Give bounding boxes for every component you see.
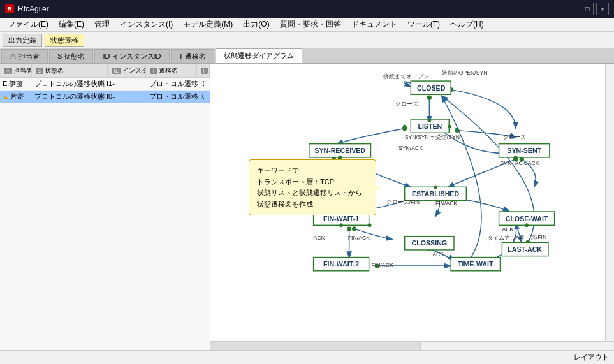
callout-line4: 状態遷移図を作成 bbox=[257, 199, 368, 210]
maximize-button[interactable]: □ bbox=[581, 3, 594, 15]
menu-edit[interactable]: 編集(E) bbox=[54, 18, 89, 31]
svg-text:SYN/ACK: SYN/ACK bbox=[398, 145, 423, 151]
cell-status: プロトコルの遷移状態 I1-1 bbox=[32, 78, 115, 89]
col-instance-id: IDインスタンスID bbox=[108, 64, 146, 77]
svg-point-47 bbox=[427, 119, 431, 122]
svg-point-55 bbox=[525, 223, 529, 227]
status-layout: レイアウト bbox=[574, 353, 609, 362]
menu-output[interactable]: 出力(O) bbox=[238, 18, 274, 31]
vertical-scrollbar[interactable] bbox=[605, 64, 614, 350]
state-transition-button[interactable]: 状態遷移 bbox=[45, 34, 84, 47]
menu-model[interactable]: モデル定義(M) bbox=[178, 18, 238, 31]
cell-assignee: E.伊藤 bbox=[0, 78, 32, 89]
toolbar: 出力定義 状態遷移 bbox=[0, 32, 614, 48]
menu-help[interactable]: ヘルプ(H) bbox=[445, 18, 489, 31]
svg-text:TIME-WAIT: TIME-WAIT bbox=[458, 260, 493, 268]
cell-instance bbox=[115, 84, 147, 85]
tab-transition[interactable]: T 遷移名 bbox=[171, 49, 215, 63]
main-content: △担当者 S状態名 IDインスタンスID T遷移名 II E.伊藤 プロトコルの… bbox=[0, 64, 614, 350]
title-bar: R RfcAgiler — □ × bbox=[0, 0, 614, 18]
callout-line2: トランスポート層：TCP bbox=[257, 177, 368, 188]
close-button[interactable]: × bbox=[596, 3, 609, 15]
tab-assignee[interactable]: △ 担当者 bbox=[1, 49, 48, 63]
svg-point-54 bbox=[339, 223, 343, 227]
left-panel: △担当者 S状態名 IDインスタンスID T遷移名 II E.伊藤 プロトコルの… bbox=[0, 64, 210, 350]
menu-bar: ファイル(E) 編集(E) 管理 インスタンス(I) モデル定義(M) 出力(O… bbox=[0, 18, 614, 32]
svg-text:FIN/ACK: FIN/ACK bbox=[371, 262, 393, 268]
callout: キーワードで トランスポート層：TCP 状態リストと状態遷移リストから 状態遷移… bbox=[249, 159, 376, 215]
svg-text:ACK: ACK bbox=[432, 251, 444, 258]
tab-status[interactable]: S 状態名 bbox=[49, 49, 93, 63]
output-def-button[interactable]: 出力定義 bbox=[3, 34, 42, 47]
col-extra: II bbox=[197, 64, 210, 77]
callout-line3: 状態リストと状態遷移リストから bbox=[257, 187, 368, 199]
svg-point-52 bbox=[514, 156, 518, 159]
horizontal-scrollbar[interactable] bbox=[210, 341, 614, 350]
app-logo: R bbox=[5, 4, 14, 13]
svg-text:FIN/ACK: FIN/ACK bbox=[435, 200, 457, 207]
column-headers: △担当者 S状態名 IDインスタンスID T遷移名 II bbox=[0, 64, 210, 78]
svg-text:LISTEN: LISTEN bbox=[418, 122, 442, 130]
table-row[interactable]: ▲片寄 プロトコルの遷移状態 I0-2 プロトコル遷移 I0 bbox=[0, 91, 210, 103]
svg-text:FIN/ACK: FIN/ACK bbox=[348, 235, 370, 241]
app-title: RfcAgiler bbox=[18, 4, 49, 13]
svg-point-56 bbox=[368, 223, 372, 227]
title-bar-left: R RfcAgiler bbox=[5, 4, 49, 13]
menu-document[interactable]: ドキュメント bbox=[346, 18, 402, 31]
svg-text:SYN-SENT: SYN-SENT bbox=[507, 147, 541, 154]
menu-manage[interactable]: 管理 bbox=[89, 18, 115, 31]
svg-text:SYN/SYN + 受信/SYN: SYN/SYN + 受信/SYN bbox=[405, 134, 460, 140]
svg-text:FIN-WAIT-2: FIN-WAIT-2 bbox=[323, 260, 359, 268]
col-assignee: △担当者 bbox=[0, 64, 32, 77]
menu-tools[interactable]: ツール(T) bbox=[402, 18, 445, 31]
right-panel: キーワードで トランスポート層：TCP 状態リストと状態遷移リストから 状態遷移… bbox=[210, 64, 614, 350]
svg-text:クローズ/FIN: クローズ/FIN bbox=[386, 199, 420, 205]
svg-text:タイムアウト: タイムアウト bbox=[487, 235, 522, 241]
svg-text:送信のOPEN/SYN: 送信のOPEN/SYN bbox=[442, 69, 488, 76]
tab-instance-id[interactable]: ID インスタンスID bbox=[94, 49, 169, 63]
svg-text:接続までオープン: 接続までオープン bbox=[383, 73, 429, 80]
menu-qa[interactable]: 質問・要求・回答 bbox=[275, 18, 346, 31]
col-status: S状態名 bbox=[32, 64, 108, 77]
callout-line1: キーワードで bbox=[257, 165, 368, 177]
cell-instance bbox=[115, 96, 147, 98]
cell-transition: プロトコル遷移 I0 bbox=[147, 91, 204, 102]
svg-text:ESTABLISHED: ESTABLISHED bbox=[412, 190, 460, 198]
svg-text:FIN-WAIT-1: FIN-WAIT-1 bbox=[323, 215, 359, 222]
svg-point-53 bbox=[434, 185, 437, 189]
svg-text:CLOSED: CLOSED bbox=[417, 84, 446, 92]
cell-assignee: ▲片寄 bbox=[0, 91, 32, 102]
table-row[interactable]: E.伊藤 プロトコルの遷移状態 I1-1 プロトコル遷移 I1 bbox=[0, 78, 210, 91]
cell-status: プロトコルの遷移状態 I0-2 bbox=[32, 91, 115, 102]
minimize-button[interactable]: — bbox=[566, 3, 578, 15]
svg-point-51 bbox=[338, 156, 342, 159]
col-transition-name: T遷移名 bbox=[146, 64, 197, 77]
status-bar: レイアウト bbox=[0, 350, 614, 364]
svg-point-48 bbox=[403, 125, 407, 129]
menu-instance[interactable]: インスタンス(I) bbox=[115, 18, 178, 31]
tab-bar: △ 担当者 S 状態名 ID インスタンスID T 遷移名 状態遷移ダイアグラム bbox=[0, 48, 614, 64]
svg-point-46 bbox=[427, 96, 431, 99]
svg-text:クローズ: クローズ bbox=[395, 101, 419, 107]
svg-text:ACK: ACK bbox=[502, 226, 513, 233]
svg-point-49 bbox=[448, 125, 451, 129]
cell-transition: プロトコル遷移 I1 bbox=[147, 78, 204, 89]
svg-text:CLOSE-WAIT: CLOSE-WAIT bbox=[506, 215, 548, 222]
title-bar-controls: — □ × bbox=[566, 3, 609, 15]
svg-text:クローズ: クローズ bbox=[503, 134, 527, 140]
svg-text:ACK: ACK bbox=[314, 235, 325, 241]
svg-text:LAST-ACK: LAST-ACK bbox=[508, 245, 542, 253]
svg-text:CLOSSING: CLOSSING bbox=[412, 239, 448, 247]
svg-text:SYN-RECEIVED: SYN-RECEIVED bbox=[314, 147, 365, 154]
tab-state-diagram[interactable]: 状態遷移ダイアグラム bbox=[216, 48, 302, 63]
svg-text:SYN+ACK/ACK: SYN+ACK/ACK bbox=[501, 160, 539, 166]
menu-file[interactable]: ファイル(E) bbox=[3, 18, 54, 31]
